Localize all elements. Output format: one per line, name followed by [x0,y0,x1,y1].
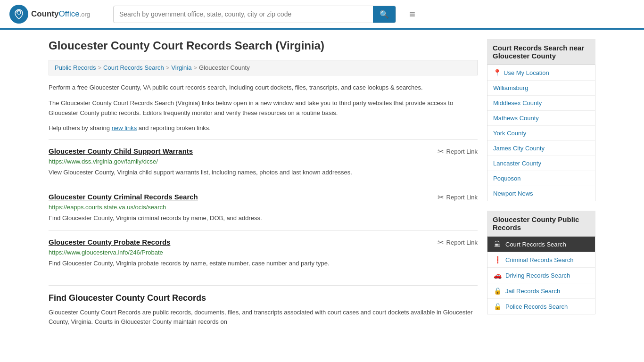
report-text-2: Report Link [446,194,478,201]
newport-news-label: Newport News [493,190,533,197]
driving-icon: 🚗 [493,272,502,279]
record-desc-1: View Gloucester County, Virginia child s… [49,168,478,177]
desc3-prefix: Help others by sharing [49,124,112,132]
poquoson-link[interactable]: Poquoson [487,171,595,186]
nearby-lancaster[interactable]: Lancaster County [487,156,595,171]
desc-paragraph-1: Perform a free Gloucester County, VA pub… [49,83,478,93]
public-records-section: Gloucester County Public Records 🏛 Court… [487,211,595,314]
nearby-list: 📍 Use My Location Williamsburg Middlesex… [487,65,595,201]
pub-record-criminal[interactable]: ❗ Criminal Records Search [487,252,595,268]
york-label: York County [493,130,526,137]
record-desc-2: Find Gloucester County, Virginia crimina… [49,214,478,223]
pub-record-police[interactable]: 🔒 Police Records Search [487,299,595,314]
menu-button[interactable]: ≡ [405,6,419,22]
public-records-list: 🏛 Court Records Search ❗ Criminal Record… [487,237,595,314]
sidebar: Court Records Search near Gloucester Cou… [487,39,595,327]
search-area: 🔍 [113,6,396,23]
breadcrumb-gloucester: Gloucester County [199,64,250,71]
record-title-3[interactable]: Gloucester County Probate Records [49,238,170,246]
report-text-1: Report Link [446,148,478,155]
breadcrumb-court-records[interactable]: Court Records Search [103,64,164,71]
middlesex-link[interactable]: Middlesex County [487,96,595,110]
poquoson-label: Poquoson [493,175,521,182]
nearby-williamsburg[interactable]: Williamsburg [487,81,595,96]
nearby-heading: Court Records Search near Gloucester Cou… [487,39,595,65]
logo-area: CountyOffice.org [9,5,104,24]
nearby-poquoson[interactable]: Poquoson [487,171,595,186]
york-link[interactable]: York County [487,126,595,140]
record-desc-3: Find Gloucester County, Virginia probate… [49,259,478,268]
record-title-2[interactable]: Gloucester County Criminal Records Searc… [49,193,198,201]
nearby-newport-news[interactable]: Newport News [487,186,595,201]
lancaster-label: Lancaster County [493,160,541,167]
nearby-james-city[interactable]: James City County [487,141,595,156]
newport-news-link[interactable]: Newport News [487,186,595,201]
desc-paragraph-2: The Gloucester County Court Records Sear… [49,99,478,118]
williamsburg-label: Williamsburg [493,84,528,91]
pub-record-jail[interactable]: 🔒 Jail Records Search [487,283,595,299]
pub-record-court[interactable]: 🏛 Court Records Search [487,237,595,252]
search-icon: 🔍 [380,10,389,18]
criminal-records-label: Criminal Records Search [505,256,574,263]
record-item-2: Gloucester County Criminal Records Searc… [49,185,478,230]
jail-records-label: Jail Records Search [505,288,560,295]
new-links-link[interactable]: new links [112,124,137,132]
report-icon-1: ✂ [438,147,444,156]
logo-text[interactable]: CountyOffice.org [31,9,90,19]
record-item-1: Gloucester County Child Support Warrants… [49,139,478,185]
breadcrumb-virginia[interactable]: Virginia [171,64,191,71]
lancaster-link[interactable]: Lancaster County [487,156,595,171]
search-input[interactable] [114,7,373,22]
breadcrumb-public-records[interactable]: Public Records [55,64,96,71]
record-url-1[interactable]: https://www.dss.virginia.gov/family/dcse… [49,158,478,165]
record-title-1[interactable]: Gloucester County Child Support Warrants [49,147,193,155]
court-records-link[interactable]: 🏛 Court Records Search [487,237,595,252]
use-location-link[interactable]: 📍 Use My Location [487,65,595,80]
mathews-link[interactable]: Mathews County [487,111,595,125]
williamsburg-link[interactable]: Williamsburg [487,81,595,95]
police-records-label: Police Records Search [505,303,568,310]
criminal-records-link[interactable]: ❗ Criminal Records Search [487,252,595,267]
mathews-label: Mathews County [493,115,539,122]
record-url-2[interactable]: https://eapps.courts.state.va.us/ocis/se… [49,204,478,211]
location-icon: 📍 [493,69,501,76]
record-url-3[interactable]: https://www.gloucesterva.info/246/Probat… [49,249,478,256]
report-text-3: Report Link [446,239,478,246]
police-icon: 🔒 [493,303,502,310]
criminal-icon: ❗ [493,256,502,263]
report-link-2[interactable]: ✂ Report Link [438,193,478,202]
court-records-label: Court Records Search [505,241,566,248]
use-location-label: Use My Location [504,69,549,76]
report-icon-2: ✂ [438,193,444,202]
main-container: Gloucester County Court Records Search (… [39,30,605,337]
police-records-link[interactable]: 🔒 Police Records Search [487,299,595,314]
report-link-3[interactable]: ✂ Report Link [438,238,478,247]
find-section: Find Gloucester County Court Records Glo… [49,285,478,328]
find-desc: Gloucester County Court Records are publ… [49,308,478,328]
report-link-1[interactable]: ✂ Report Link [438,147,478,156]
jail-records-link[interactable]: 🔒 Jail Records Search [487,283,595,298]
desc3-suffix: and reporting broken links. [137,124,211,132]
search-button[interactable]: 🔍 [373,6,396,23]
find-title: Find Gloucester County Court Records [49,293,478,303]
page-title: Gloucester County Court Records Search (… [49,39,478,52]
court-icon: 🏛 [493,240,502,248]
records-list: Gloucester County Child Support Warrants… [49,139,478,276]
content-area: Gloucester County Court Records Search (… [49,39,478,327]
desc-paragraph-3: Help others by sharing new links and rep… [49,123,478,133]
james-city-link[interactable]: James City County [487,141,595,156]
jail-icon: 🔒 [493,287,502,295]
driving-records-link[interactable]: 🚗 Driving Records Search [487,268,595,283]
public-records-heading: Gloucester County Public Records [487,211,595,237]
breadcrumb-sep-3: > [193,64,197,71]
nearby-mathews[interactable]: Mathews County [487,111,595,126]
use-location-item[interactable]: 📍 Use My Location [487,65,595,81]
pub-record-driving[interactable]: 🚗 Driving Records Search [487,268,595,283]
nearby-middlesex[interactable]: Middlesex County [487,96,595,111]
breadcrumb: Public Records > Court Records Search > … [49,60,478,75]
nearby-york[interactable]: York County [487,126,595,141]
breadcrumb-sep-1: > [98,64,101,71]
header: CountyOffice.org 🔍 ≡ [0,0,644,30]
nearby-section: Court Records Search near Gloucester Cou… [487,39,595,201]
logo-icon [9,5,28,24]
